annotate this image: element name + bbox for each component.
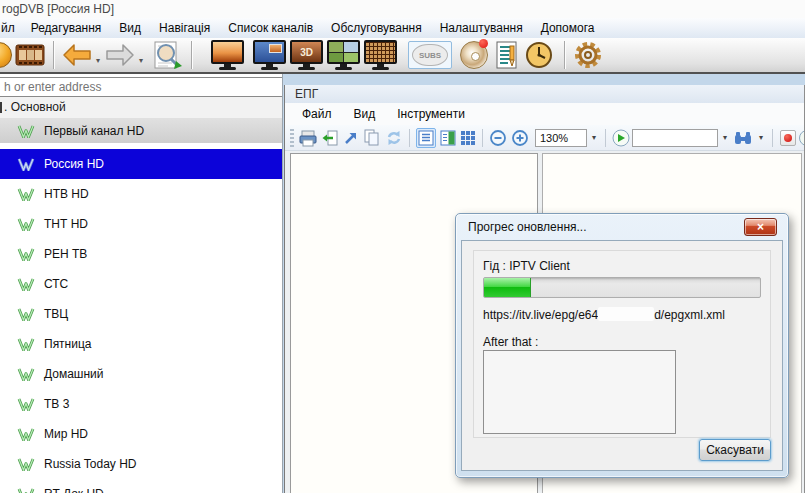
record-film-icon[interactable] [15,42,45,68]
channel-row[interactable]: ТВЦ [0,299,282,329]
menu-settings[interactable]: Налаштування [431,18,532,38]
copy-icon[interactable] [363,129,381,147]
open-cut-icon[interactable] [0,42,12,68]
menu-help[interactable]: Допомога [532,18,604,38]
timer-clock-icon[interactable] [525,41,553,69]
search-combo-dropdown-icon[interactable]: ▾ [718,129,732,147]
cancel-button[interactable]: Скасувати [699,439,771,461]
address-input[interactable] [0,78,282,96]
channel-logo-icon [17,428,35,441]
epg-menubar: Файл Вид Інструменти [285,103,804,125]
menu-channel-list[interactable]: Список каналів [219,18,322,38]
epg-menu-file[interactable]: Файл [291,107,343,121]
forward-dropdown-icon[interactable]: ▾ [139,56,143,65]
pip-monitor-icon[interactable] [253,40,286,70]
dialog-body: Гід : IPTV Client https://itv.live/epg/e… [461,240,783,471]
settings-gear-icon[interactable] [573,40,603,70]
refresh-icon[interactable] [385,129,403,147]
main-menubar: йл Редагування Вид Навігація Список кана… [0,18,805,38]
window-titlebar: rogDVB [Россия HD] [0,0,805,18]
dialog-titlebar[interactable]: Прогрес оновлення... [456,214,788,240]
view-split-icon[interactable] [440,130,456,146]
channel-row[interactable]: Мир HD [0,419,282,449]
channel-logo-icon [17,158,35,171]
channel-row[interactable]: СТС [0,269,282,299]
channel-logo-icon [17,488,35,493]
view-list-icon[interactable] [416,128,436,148]
3d-monitor-icon[interactable]: 3D [290,40,323,70]
menu-navigation[interactable]: Навігація [150,18,219,38]
redacted-segment [598,307,654,321]
channel-row[interactable]: РЕН ТВ [0,239,282,269]
toolbar-separator [605,129,606,147]
address-bar [0,77,282,97]
channel-row[interactable]: Первый канал HD [0,119,282,143]
menu-edit[interactable]: Редагування [22,18,111,38]
disc-record-icon[interactable] [460,41,488,69]
channel-row[interactable]: Пятница [0,329,282,359]
multiview-monitor-icon[interactable] [364,40,397,70]
progress-fill [484,278,531,297]
channel-logo-icon [17,308,35,321]
search-combo[interactable] [632,129,718,147]
cut-digit [0,102,2,113]
progress-groupbox: Гід : IPTV Client https://itv.live/epg/e… [473,250,771,438]
channel-logo-icon [17,458,35,471]
main-toolbar: ▾ ▾ 3D SUB [0,38,805,72]
channel-logo-icon [17,188,35,201]
toolbar-separator [772,129,773,147]
channel-group-header[interactable]: . Основной [0,97,282,119]
menu-file[interactable]: йл [0,18,22,38]
mosaic-monitor-icon[interactable] [327,40,360,70]
record-icon[interactable] [780,130,796,146]
back-icon[interactable] [62,43,92,67]
after-that-listbox[interactable] [483,350,676,434]
channel-row[interactable]: ТНТ HD [0,209,282,239]
zoom-level-combo[interactable]: 130% [535,129,587,147]
back-dropdown-icon[interactable]: ▾ [96,56,100,65]
zoom-combo-dropdown-icon[interactable]: ▾ [587,129,601,147]
toolbar-separator [409,129,410,147]
channel-row-selected[interactable]: Россия HD [0,149,282,179]
forward-icon[interactable] [105,43,135,67]
channel-search-icon[interactable] [151,40,183,70]
channel-panel: . Основной Первый канал HD Россия HD НТВ… [0,74,283,493]
toolbar-separator [191,41,192,69]
close-icon[interactable]: × [744,218,777,236]
channel-row[interactable]: RT Док HD [0,479,282,493]
3d-label: 3D [292,42,321,62]
menu-view[interactable]: Вид [110,18,150,38]
epg-menu-view[interactable]: Вид [343,107,387,121]
fullscreen-monitor-icon[interactable] [211,40,244,70]
find-dropdown-icon[interactable]: ▾ [754,129,768,147]
channel-row[interactable]: Russia Today HD [0,449,282,479]
import-icon[interactable] [321,129,339,147]
toolbar-separator [564,41,565,69]
epg-titlebar[interactable]: ЕПГ [285,85,804,103]
subtitles-icon[interactable]: SUBS [408,41,452,69]
teletext-icon[interactable] [495,41,519,69]
print-icon[interactable] [299,129,317,147]
menu-service[interactable]: Обслуговування [322,18,431,38]
epg-title: ЕПГ [295,87,318,101]
window-title: rogDVB [Россия HD] [2,2,114,16]
epg-menu-tools[interactable]: Інструменти [386,107,476,121]
after-that-label: After that : [483,335,538,349]
progress-bar [483,277,761,298]
find-binoculars-icon[interactable] [734,129,752,147]
channel-row[interactable]: Домашний [0,359,282,389]
channel-row[interactable]: ТВ 3 [0,389,282,419]
toolbar-grip[interactable] [290,129,294,147]
view-grid-icon[interactable] [460,130,476,146]
channel-logo-icon [17,368,35,381]
channel-row[interactable]: НТВ HD [0,179,282,209]
toolbar-separator [53,41,54,69]
channel-logo-icon [17,338,35,351]
zoom-in-icon[interactable] [511,129,529,147]
channel-logo-icon [17,398,35,411]
clipped-toolbar-icon[interactable] [799,130,804,146]
go-icon[interactable] [612,129,630,147]
diagonal-arrow-icon[interactable] [343,130,359,146]
channel-logo-icon [17,248,35,261]
zoom-out-icon[interactable] [489,129,507,147]
